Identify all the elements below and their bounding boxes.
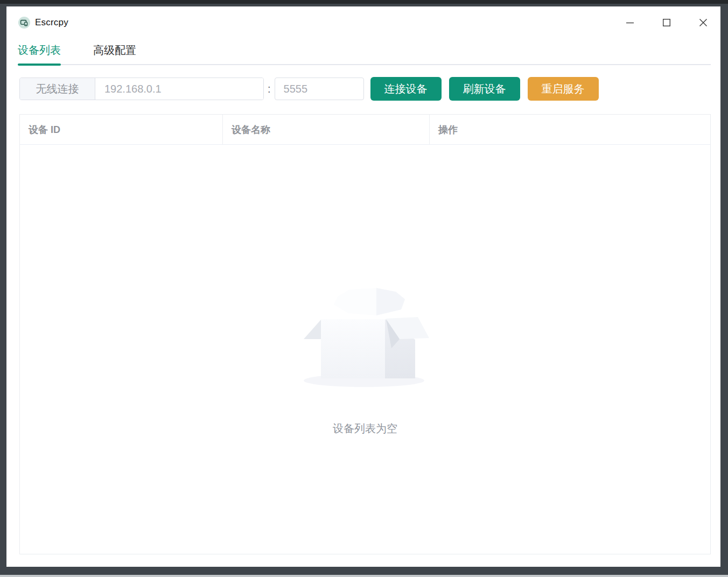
titlebar: Escrcpy (6, 6, 720, 36)
wireless-address-group: 无线连接 (19, 78, 264, 100)
host-port-separator: : (268, 83, 271, 95)
screen-top-edge (0, 0, 728, 4)
empty-state: 设备列表为空 (300, 263, 430, 436)
minimize-icon (626, 18, 634, 27)
port-input[interactable] (275, 78, 364, 100)
empty-box-illustration (300, 288, 430, 388)
column-header-device-id: 设备 ID (20, 115, 223, 144)
app-identity: Escrcpy (18, 17, 68, 29)
device-table: 设备 ID 设备名称 操作 (19, 114, 711, 554)
wireless-connect-label: 无线连接 (20, 78, 95, 100)
column-header-actions: 操作 (430, 115, 710, 144)
window-controls (606, 13, 716, 32)
window-title: Escrcpy (35, 17, 68, 28)
connect-device-button[interactable]: 连接设备 (370, 77, 442, 101)
tab-device-list-label: 设备列表 (18, 44, 61, 56)
empty-description: 设备列表为空 (333, 421, 397, 436)
device-table-header: 设备 ID 设备名称 操作 (20, 115, 710, 145)
tab-advanced-config-label: 高级配置 (93, 44, 136, 56)
device-table-body: 设备列表为空 (20, 145, 710, 554)
refresh-device-button[interactable]: 刷新设备 (449, 77, 520, 101)
escrcpy-logo-icon (18, 17, 30, 29)
tab-advanced-config[interactable]: 高级配置 (93, 36, 136, 66)
column-header-device-name: 设备名称 (223, 115, 430, 144)
screen-bottom-edge (0, 575, 728, 577)
active-tab-underline (18, 64, 61, 66)
maximize-button[interactable] (654, 13, 680, 32)
app-window: Escrcpy (6, 6, 720, 567)
close-icon (699, 18, 708, 27)
close-button[interactable] (690, 13, 716, 32)
host-input[interactable] (95, 78, 263, 100)
tab-device-list[interactable]: 设备列表 (18, 36, 61, 66)
connection-toolbar: 无线连接 : 连接设备 刷新设备 重启服务 (19, 77, 711, 101)
maximize-icon (662, 18, 671, 27)
minimize-button[interactable] (617, 13, 643, 32)
restart-service-button[interactable]: 重启服务 (528, 77, 599, 101)
tab-bar: 设备列表 高级配置 (18, 36, 711, 66)
